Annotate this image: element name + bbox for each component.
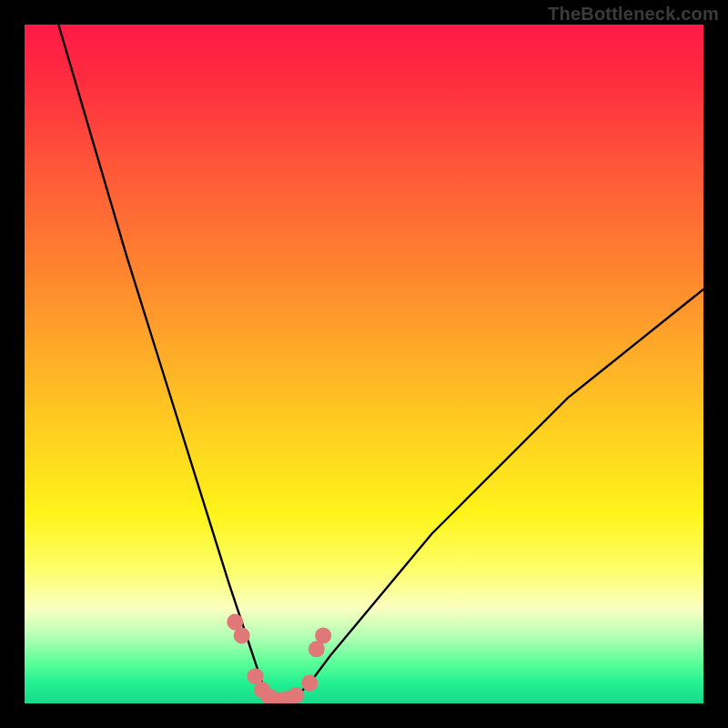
highlight-dot: [288, 687, 304, 703]
watermark-text: TheBottleneck.com: [548, 4, 719, 25]
chart-frame: TheBottleneck.com: [0, 0, 728, 728]
highlight-dot: [301, 675, 318, 692]
plot-area: [25, 25, 703, 703]
bottleneck-curve-layer: [25, 25, 703, 703]
bottleneck-curve: [58, 25, 703, 701]
highlight-dot: [315, 627, 331, 643]
highlight-dot: [234, 627, 250, 643]
